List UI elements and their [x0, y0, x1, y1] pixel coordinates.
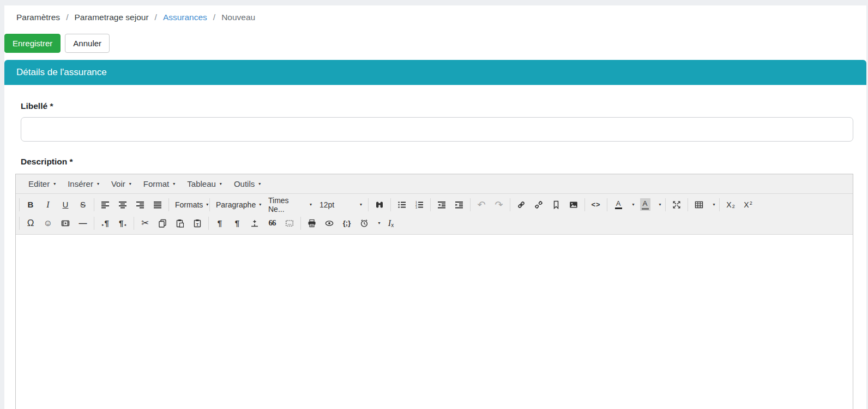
- cut-button[interactable]: ✂: [137, 216, 153, 230]
- strikethrough-button[interactable]: S: [75, 198, 91, 211]
- save-button[interactable]: Enregistrer: [4, 34, 61, 53]
- source-code-button[interactable]: <>: [588, 198, 604, 211]
- insert-media-button[interactable]: [57, 216, 74, 230]
- background-color-caret[interactable]: ▾: [654, 198, 662, 211]
- chevron-down-icon: ▾: [378, 221, 380, 225]
- table-button[interactable]: [691, 198, 707, 211]
- text-color-icon: A: [615, 200, 622, 209]
- menu-tools[interactable]: Outils ▾: [228, 175, 267, 193]
- fullscreen-button[interactable]: [668, 198, 685, 211]
- emoticons-button[interactable]: ☺: [40, 216, 56, 230]
- font-size-dropdown[interactable]: 12pt ▾: [316, 198, 366, 212]
- table-icon: [695, 200, 703, 209]
- description-label: Description *: [21, 157, 853, 167]
- bold-button[interactable]: B: [22, 198, 39, 211]
- horizontal-rule-button[interactable]: —: [75, 216, 91, 230]
- search-replace-button[interactable]: [371, 198, 388, 211]
- anchor-button[interactable]: [548, 198, 564, 211]
- special-character-button[interactable]: Ω: [22, 216, 39, 230]
- underline-button[interactable]: U: [57, 198, 74, 211]
- menu-table[interactable]: Tableau ▾: [181, 175, 228, 193]
- paste-button[interactable]: [172, 216, 188, 230]
- outdent-button[interactable]: [433, 198, 450, 211]
- redo-button[interactable]: ↷: [491, 198, 507, 211]
- chevron-down-icon: ▾: [632, 202, 634, 207]
- text-color-caret[interactable]: ▾: [628, 198, 636, 211]
- menu-insert[interactable]: Insérer ▾: [62, 175, 105, 193]
- paragraph-style-label: Paragraphe: [216, 200, 256, 209]
- text-color-button[interactable]: A: [610, 198, 626, 211]
- menu-edit[interactable]: Editer ▾: [22, 175, 62, 193]
- remove-link-button[interactable]: [531, 198, 547, 211]
- menu-view-label: Voir: [111, 179, 125, 188]
- align-right-icon: [136, 200, 144, 209]
- editor-toolbars: B I U S: [16, 194, 853, 235]
- formats-dropdown[interactable]: Formats ▾: [171, 198, 207, 212]
- toolbar-row-2: Ω ☺ — ▸¶ ¶◂ ✂: [19, 214, 853, 232]
- ltr-icon: ▸¶: [101, 218, 109, 228]
- indent-button[interactable]: [451, 198, 467, 211]
- insert-datetime-button[interactable]: [356, 216, 372, 230]
- copy-button[interactable]: [154, 216, 171, 230]
- paste-icon: [176, 219, 184, 228]
- align-justify-button[interactable]: [149, 198, 166, 211]
- editor-menubar: Editer ▾ Insérer ▾ Voir ▾ Format ▾: [16, 174, 853, 194]
- code-sample-icon: {;}: [343, 219, 351, 227]
- align-right-button[interactable]: [132, 198, 148, 211]
- table-caret[interactable]: ▾: [708, 198, 716, 211]
- underline-icon: U: [63, 200, 69, 209]
- fullscreen-icon: [672, 200, 681, 209]
- panel-header: Détails de l'assurance: [4, 60, 866, 85]
- background-color-button[interactable]: A: [637, 198, 653, 211]
- image-icon: [569, 200, 578, 209]
- copy-icon: [158, 219, 167, 228]
- menu-view[interactable]: Voir ▾: [105, 175, 137, 193]
- insert-image-button[interactable]: [565, 198, 582, 211]
- font-family-label: Times Ne...: [268, 196, 306, 213]
- chevron-down-icon: ▾: [129, 181, 131, 186]
- page-break-icon: [250, 219, 259, 228]
- chevron-down-icon: ▾: [258, 181, 261, 186]
- pilcrow-icon: ¶: [235, 218, 239, 228]
- visual-chars-button[interactable]: ¶: [229, 216, 245, 230]
- page-break-button[interactable]: [246, 216, 263, 230]
- breadcrumb-assurances-link[interactable]: Assurances: [163, 13, 207, 22]
- pilcrow-icon: ¶: [218, 218, 222, 228]
- subscript-button[interactable]: X2: [722, 198, 739, 211]
- visual-blocks-button[interactable]: ¶: [212, 216, 228, 230]
- toolbar-row-1: B I U S: [19, 195, 853, 214]
- code-sample-button[interactable]: {;}: [339, 216, 355, 230]
- breadcrumb-parametrage-sejour[interactable]: Parametrage sejour: [74, 13, 148, 22]
- blockquote-button[interactable]: 66: [264, 216, 280, 230]
- italic-button[interactable]: I: [40, 198, 56, 211]
- align-left-button[interactable]: [97, 198, 113, 211]
- binoculars-icon: [375, 200, 384, 209]
- align-center-button[interactable]: [114, 198, 131, 211]
- font-family-dropdown[interactable]: Times Ne... ▾: [264, 198, 316, 212]
- ltr-button[interactable]: ▸¶: [97, 216, 113, 230]
- insert-datetime-caret[interactable]: ▾: [373, 216, 382, 230]
- cancel-button[interactable]: Annuler: [65, 34, 110, 53]
- paragraph-style-dropdown[interactable]: Paragraphe ▾: [212, 198, 264, 212]
- outdent-icon: [437, 200, 446, 209]
- undo-button[interactable]: ↶: [473, 198, 490, 211]
- smiley-icon: ☺: [44, 218, 52, 228]
- menu-format[interactable]: Format ▾: [137, 175, 182, 193]
- superscript-button[interactable]: X2: [740, 198, 756, 211]
- paste-as-text-button[interactable]: T: [189, 216, 206, 230]
- bullet-list-button[interactable]: [394, 198, 410, 211]
- bold-icon: B: [28, 200, 34, 209]
- clear-formatting-button[interactable]: Ix: [383, 216, 399, 230]
- link-icon: [517, 200, 526, 209]
- libelle-input[interactable]: [21, 117, 853, 142]
- chevron-down-icon: ▾: [220, 181, 222, 186]
- editor-content[interactable]: [16, 235, 853, 409]
- rtl-button[interactable]: ¶◂: [114, 216, 131, 230]
- numbered-list-button[interactable]: 123: [411, 198, 427, 211]
- insert-link-button[interactable]: [513, 198, 529, 211]
- print-button[interactable]: [304, 216, 320, 230]
- nonbreaking-space-button[interactable]: [281, 216, 298, 230]
- breadcrumb-parametres[interactable]: Paramètres: [16, 13, 60, 22]
- menu-insert-label: Insérer: [68, 179, 93, 188]
- preview-button[interactable]: [321, 216, 337, 230]
